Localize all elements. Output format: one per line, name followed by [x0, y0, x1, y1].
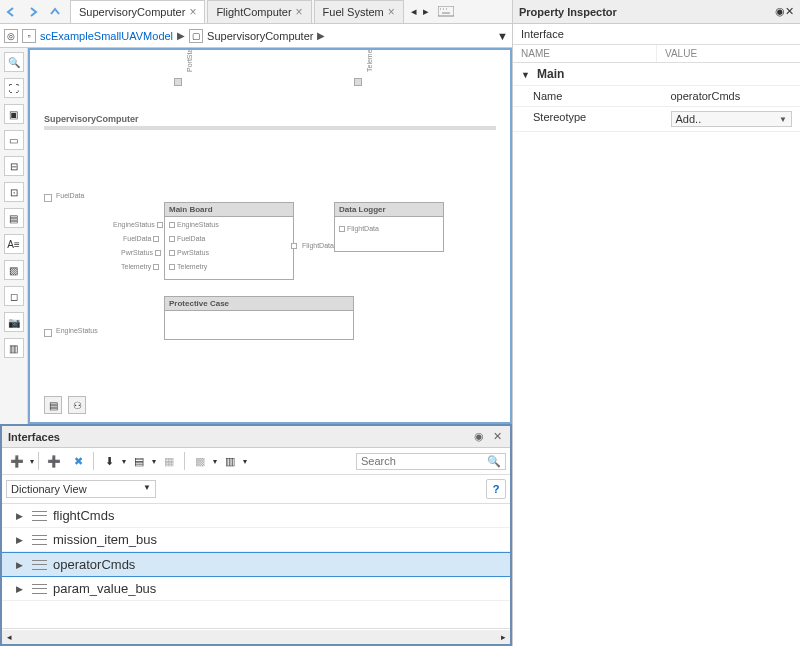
- tab-scroll-left-icon[interactable]: ◂: [408, 4, 420, 20]
- fit-button[interactable]: ⛶: [4, 78, 24, 98]
- interface-name: flightCmds: [53, 508, 114, 523]
- expand-icon[interactable]: ▶: [16, 511, 26, 521]
- toolbar-button[interactable]: ▤: [128, 451, 150, 471]
- diagram-canvas[interactable]: PortStatus Telemetry SupervisoryComputer…: [28, 48, 512, 424]
- canvas-footer-button[interactable]: ⚇: [68, 396, 86, 414]
- port-label: FlightData: [347, 225, 379, 232]
- canvas-footer-button[interactable]: ▤: [44, 396, 62, 414]
- scroll-left-icon[interactable]: ◂: [2, 630, 16, 644]
- close-icon[interactable]: ✕: [490, 430, 504, 444]
- pin-icon: [169, 236, 175, 242]
- component-title: SupervisoryComputer: [44, 114, 139, 124]
- title-bar: [44, 126, 496, 130]
- interface-icon: [32, 584, 47, 594]
- tool-button[interactable]: ▭: [4, 130, 24, 150]
- expand-icon[interactable]: ▶: [16, 535, 26, 545]
- property-value[interactable]: operatorCmds: [663, 86, 801, 106]
- tab-supervisory[interactable]: SupervisoryComputer×: [70, 0, 205, 23]
- pin-icon: [169, 264, 175, 270]
- chevron-right-icon: ▶: [177, 30, 185, 41]
- property-row-name: Name operatorCmds: [513, 86, 800, 107]
- tab-fuel[interactable]: Fuel System×: [314, 0, 404, 23]
- output-pin: [291, 243, 297, 249]
- block-title: Data Logger: [335, 203, 443, 217]
- horizontal-scrollbar[interactable]: ◂ ▸: [2, 628, 510, 644]
- block-title: Main Board: [165, 203, 293, 217]
- tab-label: Fuel System: [323, 6, 384, 18]
- tool-button[interactable]: ▤: [4, 208, 24, 228]
- search-icon[interactable]: 🔍: [487, 455, 501, 468]
- top-port[interactable]: [174, 78, 182, 86]
- close-icon[interactable]: ✕: [785, 5, 794, 18]
- port-label: Telemetry: [121, 263, 151, 270]
- camera-button[interactable]: 📷: [4, 312, 24, 332]
- nav-forward-button[interactable]: [23, 2, 43, 22]
- scroll-right-icon[interactable]: ▸: [496, 630, 510, 644]
- minimize-icon[interactable]: ◉: [472, 430, 486, 444]
- select-value: Dictionary View: [11, 483, 87, 495]
- property-key: Stereotype: [513, 107, 663, 131]
- close-icon[interactable]: ×: [388, 5, 395, 19]
- interface-name: param_value_bus: [53, 581, 156, 596]
- port-label: EngineStatus: [177, 221, 219, 228]
- zoom-in-button[interactable]: 🔍: [4, 52, 24, 72]
- breadcrumb-current[interactable]: SupervisoryComputer: [207, 30, 313, 42]
- keyboard-icon[interactable]: [436, 2, 456, 22]
- tool-button[interactable]: ▥: [4, 338, 24, 358]
- panel-title: Interfaces: [8, 431, 60, 443]
- panel-title: Property Inspector: [519, 6, 617, 18]
- group-title: Main: [537, 67, 564, 81]
- toolbar-button[interactable]: ➕: [6, 451, 28, 471]
- tool-button[interactable]: ◻: [4, 286, 24, 306]
- toolbar-button[interactable]: ▦: [158, 451, 180, 471]
- toolbar-button[interactable]: ➕: [43, 451, 65, 471]
- tab-scroll-right-icon[interactable]: ▸: [420, 4, 432, 20]
- nav-back-button[interactable]: [1, 2, 21, 22]
- minimize-icon[interactable]: ◉: [775, 5, 785, 18]
- tab-flight[interactable]: FlightComputer×: [207, 0, 311, 23]
- tool-button[interactable]: ⊟: [4, 156, 24, 176]
- component-icon: ▢: [189, 29, 203, 43]
- breadcrumb-dropdown[interactable]: ▼: [497, 30, 508, 42]
- tool-button[interactable]: A≡: [4, 234, 24, 254]
- interfaces-list: ▶ flightCmds ▶ mission_item_bus ▶ operat…: [2, 503, 510, 628]
- block-main-board[interactable]: Main Board EngineStatus EngineStatus Fue…: [164, 202, 294, 280]
- interface-row[interactable]: ▶ mission_item_bus: [2, 528, 510, 552]
- delete-button[interactable]: ✖: [67, 451, 89, 471]
- section-label: Interface: [513, 24, 800, 45]
- tool-button[interactable]: ▧: [4, 260, 24, 280]
- tool-button[interactable]: ▣: [4, 104, 24, 124]
- import-button[interactable]: ⬇: [98, 451, 120, 471]
- close-icon[interactable]: ×: [296, 5, 303, 19]
- block-data-logger[interactable]: Data Logger FlightData: [334, 202, 444, 252]
- toolbar-button[interactable]: ▩: [189, 451, 211, 471]
- stereotype-dropdown[interactable]: Add.. ▼: [671, 111, 793, 127]
- interface-icon: [32, 511, 47, 521]
- interface-row[interactable]: ▶ flightCmds: [2, 504, 510, 528]
- expand-icon[interactable]: ▶: [16, 560, 26, 570]
- dropdown-value: Add..: [676, 113, 702, 125]
- model-icon: ▫: [22, 29, 36, 43]
- tool-button[interactable]: ⊡: [4, 182, 24, 202]
- external-port[interactable]: [44, 329, 52, 337]
- port-label: Telemetry: [366, 48, 373, 72]
- tab-label: SupervisoryComputer: [79, 6, 185, 18]
- close-icon[interactable]: ×: [189, 5, 196, 19]
- port-label: FuelData: [56, 192, 84, 199]
- interface-icon: [32, 535, 47, 545]
- block-protective-case[interactable]: Protective Case: [164, 296, 354, 340]
- interface-row[interactable]: ▶ operatorCmds: [2, 552, 510, 577]
- expand-icon[interactable]: ▼: [521, 70, 530, 80]
- expand-icon[interactable]: ▶: [16, 584, 26, 594]
- external-port[interactable]: [44, 194, 52, 202]
- target-icon[interactable]: ◎: [4, 29, 18, 43]
- search-input[interactable]: [361, 455, 487, 467]
- block-title: Protective Case: [165, 297, 353, 311]
- help-button[interactable]: ?: [486, 479, 506, 499]
- nav-up-button[interactable]: [45, 2, 65, 22]
- toolbar-button[interactable]: ▥: [219, 451, 241, 471]
- view-select[interactable]: Dictionary View ▼: [6, 480, 156, 498]
- interface-row[interactable]: ▶ param_value_bus: [2, 577, 510, 601]
- breadcrumb-root[interactable]: scExampleSmallUAVModel: [40, 30, 173, 42]
- top-port[interactable]: [354, 78, 362, 86]
